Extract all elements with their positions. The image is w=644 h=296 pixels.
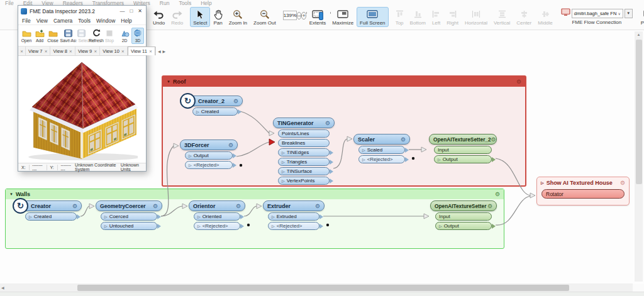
node-openaitexturesetter-2[interactable]: OpenAITextureSetter_2⚙ Input Output bbox=[429, 134, 497, 163]
extents-button[interactable]: Extents bbox=[306, 7, 330, 27]
align-center-button[interactable]: Center bbox=[513, 7, 535, 27]
zoom-level-field[interactable]: 139% bbox=[283, 11, 297, 20]
tab-view-8[interactable]: View 8✕ bbox=[50, 47, 75, 55]
port-untouched[interactable]: Untouched bbox=[101, 222, 157, 230]
fme-data-inspector-window[interactable]: FME Data Inspector 2023.2 — □ ✕ File Vie… bbox=[18, 5, 147, 172]
port-output[interactable]: Output bbox=[185, 151, 233, 160]
view-3d-button[interactable]: 3D bbox=[131, 28, 144, 44]
stop-button[interactable]: Stop bbox=[103, 28, 116, 43]
gear-icon[interactable]: ⚙ bbox=[325, 120, 330, 126]
menu-tools[interactable]: Tools bbox=[179, 0, 191, 6]
port-vertexpoints[interactable]: VertexPoints bbox=[278, 177, 330, 185]
distribute-horizontal-button[interactable]: Horizontal bbox=[462, 7, 491, 27]
horizontal-scrollbar-thumb[interactable] bbox=[77, 285, 569, 291]
tab-view-7[interactable]: View 7✕ bbox=[26, 47, 50, 55]
select-tool-button[interactable]: Select bbox=[190, 7, 210, 27]
align-left-button[interactable]: Left bbox=[429, 7, 443, 27]
port-oriented[interactable]: Oriented bbox=[194, 212, 240, 221]
gear-icon[interactable]: ⚙ bbox=[236, 203, 241, 209]
port-rejected[interactable]: <Rejected> bbox=[268, 222, 319, 230]
inspector-menu-camera[interactable]: Camera bbox=[53, 18, 72, 24]
node-extruder[interactable]: Extruder⚙ Extruded <Rejected> bbox=[263, 200, 325, 230]
pan-tool-button[interactable]: Pan bbox=[210, 7, 225, 27]
zoom-minus-button[interactable]: − bbox=[297, 12, 301, 19]
flow-connection-menu-button[interactable]: ▼ bbox=[625, 9, 633, 18]
maximize-button[interactable]: Maximize bbox=[329, 7, 357, 27]
scroll-up-icon[interactable]: ▲ bbox=[635, 33, 643, 36]
gear-icon[interactable]: ⚙ bbox=[491, 136, 496, 143]
port-created[interactable]: Created bbox=[25, 212, 77, 221]
add-button[interactable]: Add bbox=[33, 28, 46, 43]
redo-button[interactable]: Redo bbox=[168, 7, 186, 27]
bookmark-walls-header[interactable]: ▼ Walls ⚙ bbox=[6, 189, 504, 199]
view-2d-button[interactable]: 2D bbox=[118, 28, 131, 43]
port-scaled[interactable]: Scaled bbox=[358, 146, 405, 154]
inspector-menu-help[interactable]: Help bbox=[121, 18, 131, 24]
node-orientor[interactable]: Orientor⚙ Oriented <Rejected> bbox=[189, 200, 245, 230]
gear-icon[interactable]: ⚙ bbox=[228, 142, 233, 148]
node-3dforcer[interactable]: 3DForcer⚙ Output <Rejected> bbox=[180, 140, 238, 169]
vertical-scrollbar[interactable]: ▲ bbox=[635, 31, 643, 282]
gear-icon[interactable]: ⚙ bbox=[153, 203, 158, 209]
gear-icon[interactable]: ⚙ bbox=[516, 79, 521, 85]
refresh-button[interactable]: Refresh bbox=[90, 28, 103, 43]
gear-icon[interactable]: ⚙ bbox=[315, 203, 320, 209]
zoom-out-button[interactable]: Zoom Out bbox=[250, 7, 279, 27]
port-created[interactable]: Created bbox=[192, 107, 238, 116]
tab-view-10[interactable]: View 10✕ bbox=[100, 47, 128, 55]
zoom-plus-button[interactable]: + bbox=[301, 12, 306, 19]
horizontal-scrollbar[interactable]: ◀ bbox=[0, 283, 633, 292]
port-output[interactable]: Output bbox=[435, 222, 492, 230]
port-rotator[interactable]: Rotator bbox=[541, 189, 625, 199]
inspector-menu-view[interactable]: View bbox=[36, 18, 48, 24]
flow-connection-select[interactable]: dmitri.bagh_safe FN∨ bbox=[572, 9, 623, 18]
menu-help[interactable]: Help bbox=[201, 0, 211, 6]
port-rejected[interactable]: <Rejected> bbox=[185, 161, 233, 169]
gear-icon[interactable]: ⚙ bbox=[72, 203, 77, 209]
port-points-lines[interactable]: Points/Lines bbox=[278, 129, 330, 138]
inspector-menu-window[interactable]: Window bbox=[96, 18, 115, 24]
close-tab-icon[interactable]: ✕ bbox=[94, 49, 97, 53]
close-tab-icon[interactable]: ✕ bbox=[149, 49, 152, 53]
port-extruded[interactable]: Extruded bbox=[268, 212, 319, 221]
align-top-button[interactable]: Top bbox=[392, 7, 407, 27]
maximize-window-icon[interactable]: □ bbox=[130, 8, 133, 14]
inspector-titlebar[interactable]: FME Data Inspector 2023.2 — □ ✕ bbox=[18, 6, 146, 17]
align-bottom-button[interactable]: Bottom bbox=[407, 7, 429, 27]
gear-icon[interactable]: ⚙ bbox=[401, 136, 406, 143]
tab-close-leading[interactable]: ✕ bbox=[18, 47, 26, 55]
port-rejected[interactable]: <Rejected> bbox=[194, 222, 240, 230]
node-show-ai-textured-house[interactable]: ▷ Show AI Textured House ⚙ Rotator bbox=[536, 177, 630, 206]
vertical-scrollbar-thumb[interactable] bbox=[636, 40, 642, 184]
zoom-slider-thumb[interactable] bbox=[319, 12, 323, 20]
save-selected-button[interactable]: Save Selected bbox=[75, 28, 87, 43]
tab-view-11[interactable]: View 11✕ bbox=[128, 47, 155, 55]
node-creator[interactable]: ↻ Creator⚙ Created bbox=[20, 200, 82, 221]
inspector-3d-viewport[interactable] bbox=[18, 56, 146, 163]
node-creator-2[interactable]: ↻ Creator_2⚙ Created bbox=[187, 96, 243, 116]
port-input[interactable]: Input bbox=[435, 212, 492, 221]
port-output[interactable]: Output bbox=[434, 155, 492, 163]
collapse-triangle-icon[interactable]: ▼ bbox=[9, 192, 13, 196]
close-icon[interactable]: ✕ bbox=[138, 8, 142, 14]
close-dataset-button[interactable]: Close bbox=[47, 28, 59, 43]
menu-file[interactable]: File bbox=[5, 0, 14, 6]
undo-button[interactable]: Undo bbox=[150, 7, 168, 27]
port-input[interactable]: Input bbox=[434, 146, 492, 154]
close-tab-icon[interactable]: ✕ bbox=[69, 49, 72, 53]
tab-scroll-left-icon[interactable]: ◀ bbox=[158, 49, 161, 53]
port-rejected[interactable]: <Rejected> bbox=[358, 155, 405, 163]
port-tinedges[interactable]: TINEdges bbox=[278, 148, 330, 156]
close-tab-icon[interactable]: ✕ bbox=[20, 49, 23, 53]
open-button[interactable]: Open bbox=[20, 28, 33, 43]
port-breaklines[interactable]: Breaklines bbox=[278, 139, 330, 147]
publish-button[interactable]: Publish bbox=[638, 7, 644, 27]
gear-icon[interactable]: ⚙ bbox=[233, 98, 238, 104]
close-tab-icon[interactable]: ✕ bbox=[121, 49, 125, 53]
collapse-triangle-icon[interactable]: ▼ bbox=[167, 80, 170, 84]
zoom-in-button[interactable]: Zoom In bbox=[226, 7, 250, 27]
inspector-menu-tools[interactable]: Tools bbox=[78, 18, 91, 24]
full-screen-button[interactable]: Full Screen bbox=[357, 7, 388, 27]
gear-icon[interactable]: ⚙ bbox=[495, 191, 500, 197]
close-tab-icon[interactable]: ✕ bbox=[44, 49, 47, 53]
